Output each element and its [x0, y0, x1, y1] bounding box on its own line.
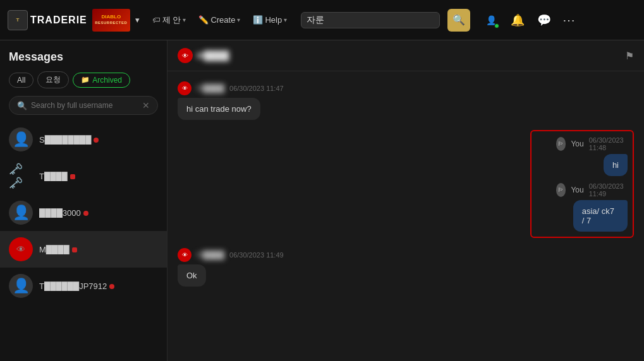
contact-avatar: 👁	[9, 237, 33, 261]
unread-indicator	[94, 138, 99, 143]
diablo-dropdown-chevron[interactable]: ▾	[131, 13, 143, 27]
filter-row: All 요청 📁 Archived	[9, 71, 158, 88]
message-time: 06/30/2023 11:48	[589, 136, 628, 151]
message-sender-name: You	[571, 139, 583, 148]
message-meta: 👁 M████ 06/30/2023 11:49	[178, 248, 284, 262]
messages-sidebar: Messages All 요청 📁 Archived 🔍 ✕	[0, 40, 167, 361]
contact-item[interactable]: 👤 S████████	[0, 121, 167, 158]
search-contact-icon: 🔍	[17, 101, 27, 110]
message-text: Ok	[186, 271, 197, 280]
global-search-area	[301, 12, 440, 28]
message-avatar: 👁	[178, 81, 191, 95]
main-layout: Messages All 요청 📁 Archived 🔍 ✕	[0, 40, 644, 361]
promo-chevron: ▾	[183, 16, 186, 23]
message-avatar: 🏳	[556, 137, 566, 151]
promo-label: 제 안	[162, 15, 181, 26]
create-chevron: ▾	[237, 16, 240, 23]
person-icon: 👤	[13, 204, 30, 221]
message-sender-name: You	[571, 186, 583, 194]
message-avatar: 👁	[178, 248, 191, 262]
contact-list: 👤 S████████ 🗝️🗝️ T████ 👤	[0, 121, 167, 361]
contact-item[interactable]: 👤 ████3000	[0, 194, 167, 231]
create-dropdown[interactable]: ✏️ Create ▾	[195, 13, 244, 27]
contact-avatar: 👤	[9, 274, 33, 298]
highlighted-messages-group: 🏳 You 06/30/2023 11:48 hi 🏳	[530, 130, 634, 238]
chat-username: M████	[197, 50, 229, 61]
status-indicator	[70, 174, 75, 179]
keys-icon: 🗝️🗝️	[9, 162, 33, 190]
contact-avatar: 👤	[9, 201, 33, 225]
contact-name: S████████	[39, 135, 99, 145]
flag-button[interactable]: ⚑	[625, 50, 634, 62]
eye-icon: 👁	[182, 85, 188, 92]
nav-icons-group: 👤 🔔 💬 ⋯	[480, 9, 578, 31]
chat-icon: 💬	[537, 13, 551, 27]
search-button[interactable]: 🔍	[447, 9, 470, 32]
diablo-logo-img: DIABLORESURRECTED	[92, 9, 130, 32]
create-label: Create	[210, 15, 235, 25]
user-status-icon[interactable]: 👤	[480, 9, 502, 31]
message-text: asia/ ck7 / 7	[582, 206, 614, 225]
global-search-input[interactable]	[307, 15, 434, 25]
sidebar-header: Messages All 요청 📁 Archived 🔍 ✕	[0, 40, 167, 121]
contact-name: ████3000	[39, 208, 88, 218]
online-indicator	[494, 23, 499, 28]
contact-name: M████	[39, 245, 77, 254]
user-icon: 🏳	[558, 187, 564, 193]
chat-messages: 👁 M████ 06/30/2023 11:47 hi can trade no…	[167, 71, 644, 361]
search-icon: 🔍	[453, 14, 465, 26]
help-dropdown[interactable]: ℹ️ Help ▾	[249, 13, 291, 27]
promo-dropdown[interactable]: 🏷 제 안 ▾	[149, 12, 190, 28]
create-icon: ✏️	[198, 15, 209, 25]
contact-avatar: 👤	[9, 127, 33, 151]
contact-item-active[interactable]: 👁 M████	[0, 231, 167, 268]
contact-item[interactable]: 🗝️🗝️ T████	[0, 158, 167, 194]
notifications-button[interactable]: 🔔	[507, 9, 528, 31]
message-time: 06/30/2023 11:47	[229, 85, 284, 92]
message-time: 06/30/2023 11:49	[589, 182, 628, 198]
traderie-logo-box: T	[8, 10, 28, 30]
unread-indicator	[83, 211, 88, 216]
filter-archived-button[interactable]: 📁 Archived	[73, 73, 130, 88]
bell-icon: 🔔	[511, 13, 525, 27]
chat-header: 👁 M████ ⚑	[167, 40, 644, 71]
message-bubble: Ok	[178, 264, 206, 287]
contact-search-box: 🔍 ✕	[9, 96, 158, 115]
message-sender-name: M████	[197, 84, 224, 93]
unread-indicator	[109, 284, 114, 289]
person-icon: 👤	[13, 278, 30, 294]
message-item: 👁 M████ 06/30/2023 11:49 Ok	[178, 248, 451, 287]
archived-label: Archived	[92, 76, 122, 85]
help-label: Help	[265, 15, 282, 25]
eye-icon: 👁	[16, 244, 25, 254]
message-avatar: 🏳	[556, 183, 566, 197]
chat-user-avatar: 👁	[178, 48, 193, 63]
message-item: 👁 M████ 06/30/2023 11:47 hi can trade no…	[178, 81, 451, 120]
status-indicator	[72, 247, 77, 252]
message-time: 06/30/2023 11:49	[229, 251, 284, 259]
filter-request-button[interactable]: 요청	[37, 71, 69, 88]
help-icon: ℹ️	[253, 15, 263, 25]
filter-all-button[interactable]: All	[9, 73, 33, 88]
clear-search-button[interactable]: ✕	[142, 100, 150, 110]
messages-title: Messages	[9, 50, 158, 64]
contact-item[interactable]: 👤 T██████JP7912	[0, 268, 167, 304]
eye-icon: 👁	[182, 52, 188, 59]
eye-icon: 👁	[182, 252, 188, 258]
archived-icon: 📁	[81, 76, 90, 84]
message-bubble: hi	[604, 154, 628, 176]
message-text: hi can trade now?	[186, 104, 252, 114]
chat-header-name: 👁 M████	[178, 48, 229, 63]
contact-name: T████	[39, 172, 75, 181]
messages-nav-button[interactable]: 💬	[533, 9, 555, 31]
message-text: hi	[612, 160, 619, 170]
message-item: 🏳 You 06/30/2023 11:48 hi	[573, 136, 628, 176]
message-meta: 🏳 You 06/30/2023 11:49	[556, 182, 628, 198]
more-options-button[interactable]: ⋯	[560, 10, 578, 30]
message-item: 🏳 You 06/30/2023 11:49 asia/ ck7 / 7	[573, 182, 628, 232]
contact-avatar: 🗝️🗝️	[9, 164, 33, 188]
traderie-logo-text: TRADERIE	[30, 15, 87, 26]
contact-search-input[interactable]	[31, 101, 138, 110]
message-sender-name: M████	[197, 251, 224, 259]
diablo-logo[interactable]: DIABLORESURRECTED ▾	[92, 9, 143, 32]
